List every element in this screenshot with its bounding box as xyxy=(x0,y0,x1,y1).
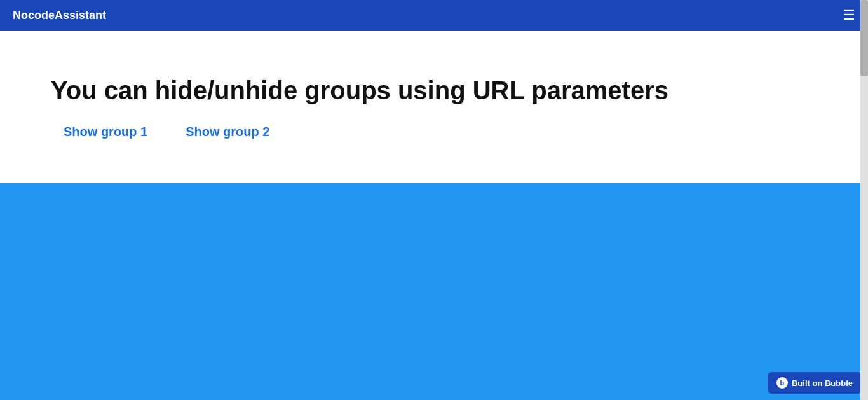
hamburger-menu-icon[interactable]: ☰ xyxy=(843,8,855,22)
navbar-brand: NocodeAssistant xyxy=(13,9,106,22)
navbar: NocodeAssistant ☰ xyxy=(0,0,868,31)
scrollbar-track xyxy=(860,0,868,400)
bubble-icon: b xyxy=(776,377,788,389)
blue-section xyxy=(0,183,868,400)
show-group-2-link[interactable]: Show group 2 xyxy=(186,125,269,139)
scrollbar-thumb[interactable] xyxy=(860,0,868,76)
show-group-1-link[interactable]: Show group 1 xyxy=(64,125,147,139)
built-on-bubble-badge[interactable]: b Built on Bubble xyxy=(768,372,862,394)
main-content: You can hide/unhide groups using URL par… xyxy=(0,31,868,183)
bubble-badge-label: Built on Bubble xyxy=(792,378,853,388)
links-row: Show group 1 Show group 2 xyxy=(51,125,855,139)
page-title: You can hide/unhide groups using URL par… xyxy=(51,75,855,106)
